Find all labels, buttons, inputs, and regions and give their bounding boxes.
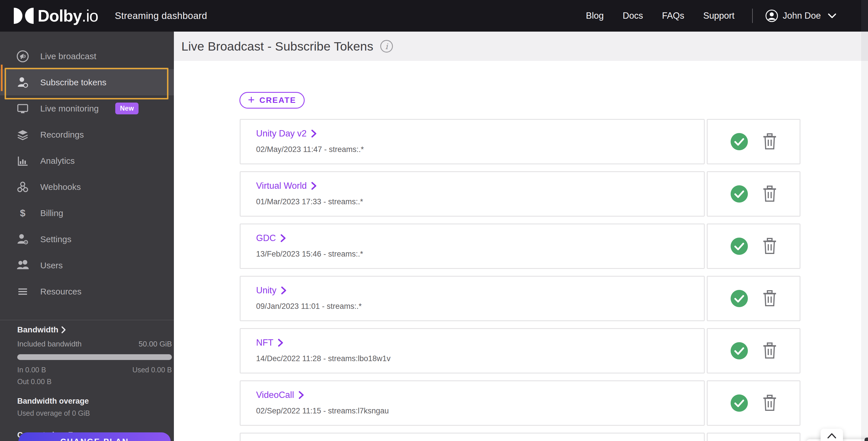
broadcast-icon bbox=[16, 50, 29, 63]
sidebar-divider bbox=[0, 320, 174, 320]
sidebar-item-label: Settings bbox=[40, 234, 71, 244]
logo-text: Dolby.io bbox=[38, 6, 98, 25]
user-avatar-icon bbox=[765, 9, 778, 22]
sidebar-item-analytics[interactable]: Analytics bbox=[0, 148, 174, 174]
bandwidth-overage-title: Bandwidth overage bbox=[17, 397, 172, 406]
token-link[interactable]: Unity bbox=[256, 285, 704, 295]
token-card: Unity 09/Jan/2023 11:01 - streams:.* bbox=[240, 276, 705, 321]
trash-icon[interactable] bbox=[762, 133, 777, 150]
nav-link-blog[interactable]: Blog bbox=[586, 11, 604, 21]
sidebar-item-label: Analytics bbox=[40, 156, 75, 166]
sidebar-item-label: Billing bbox=[40, 208, 63, 218]
token-card: Virtual World 01/Mar/2023 17:33 - stream… bbox=[240, 171, 705, 217]
token-card-partial bbox=[240, 433, 705, 441]
token-name: VideoCall bbox=[256, 390, 294, 400]
page-title-bar: Live Broadcast - Subscribe Tokens i bbox=[174, 32, 868, 61]
token-meta: 09/Jan/2023 11:01 - streams:.* bbox=[256, 302, 704, 311]
app-title: Streaming dashboard bbox=[115, 10, 207, 21]
token-link[interactable]: NFT bbox=[256, 338, 704, 348]
active-check-icon bbox=[730, 237, 748, 255]
token-actions-partial bbox=[707, 433, 801, 441]
token-card: Unity Day v2 02/May/2023 11:47 - streams… bbox=[240, 119, 705, 164]
chevron-right-icon bbox=[281, 286, 286, 294]
token-meta: 02/May/2023 11:47 - streams:.* bbox=[256, 145, 704, 154]
token-card: VideoCall 02/Sep/2022 11:15 - streams:l7… bbox=[240, 380, 705, 426]
chevron-right-icon bbox=[278, 339, 283, 347]
included-bandwidth-value: 50.00 GiB bbox=[138, 340, 172, 348]
token-link[interactable]: VideoCall bbox=[256, 390, 704, 400]
sidebar-item-label: Resources bbox=[40, 287, 81, 296]
token-meta: 01/Mar/2023 17:33 - streams:.* bbox=[256, 197, 704, 206]
sidebar-item-live-broadcast[interactable]: Live broadcast bbox=[0, 43, 174, 69]
sidebar-item-webhooks[interactable]: Webhooks bbox=[0, 174, 174, 200]
chevron-right-icon bbox=[311, 182, 316, 190]
user-menu[interactable]: John Doe bbox=[765, 9, 836, 22]
chevron-right-icon bbox=[311, 130, 316, 137]
chevron-right-icon bbox=[281, 234, 286, 242]
trash-icon[interactable] bbox=[762, 238, 777, 255]
corner-widget bbox=[865, 438, 868, 441]
sidebar-item-billing[interactable]: $ Billing bbox=[0, 200, 174, 226]
token-name: GDC bbox=[256, 233, 276, 243]
token-meta: 13/Feb/2023 15:46 - streams:.* bbox=[256, 250, 704, 258]
sidebar-item-label: Recordings bbox=[40, 130, 84, 139]
chevron-up-icon bbox=[827, 433, 837, 439]
sidebar-item-label: Live broadcast bbox=[40, 52, 96, 61]
active-item-accent-bar bbox=[1, 65, 3, 91]
token-link[interactable]: Unity Day v2 bbox=[256, 128, 704, 139]
token-card: NFT 14/Dec/2022 11:28 - streams:lbo18w1v bbox=[240, 328, 705, 374]
sidebar-item-settings[interactable]: Settings bbox=[0, 226, 174, 252]
active-check-icon bbox=[730, 394, 748, 412]
token-actions bbox=[707, 171, 801, 217]
bandwidth-title-label: Bandwidth bbox=[17, 325, 58, 335]
bandwidth-overage-detail: Used overage of 0 GiB bbox=[17, 409, 172, 417]
active-check-icon bbox=[730, 289, 748, 308]
top-header: Dolby.io Streaming dashboard Blog Docs F… bbox=[0, 0, 868, 32]
sidebar-item-live-monitoring[interactable]: Live monitoring New bbox=[0, 95, 174, 122]
sidebar: Live broadcast Subscribe tokens Live mon… bbox=[0, 32, 174, 441]
page-title: Live Broadcast - Subscribe Tokens bbox=[181, 39, 373, 54]
sidebar-item-resources[interactable]: Resources bbox=[0, 278, 174, 305]
trash-icon[interactable] bbox=[762, 395, 777, 411]
token-link[interactable]: Virtual World bbox=[256, 181, 704, 191]
nav-link-support[interactable]: Support bbox=[703, 11, 735, 21]
active-check-icon bbox=[730, 185, 748, 203]
token-meta: 02/Sep/2022 11:15 - streams:l7ksngau bbox=[256, 407, 704, 415]
webhook-icon bbox=[16, 181, 29, 194]
trash-icon[interactable] bbox=[762, 186, 777, 202]
chevron-down-icon bbox=[828, 13, 836, 19]
token-name: Unity Day v2 bbox=[256, 128, 307, 139]
change-plan-button[interactable]: CHANGE PLAN bbox=[19, 432, 171, 441]
chevron-right-icon bbox=[299, 391, 304, 399]
token-actions bbox=[707, 276, 801, 321]
user-name: John Doe bbox=[783, 11, 821, 21]
sidebar-item-users[interactable]: Users bbox=[0, 252, 174, 278]
nav-link-faqs[interactable]: FAQs bbox=[662, 11, 684, 21]
subscriber-icon bbox=[16, 76, 29, 89]
main-content: + CREATE Unity Day v2 02/May/2023 11:47 … bbox=[174, 61, 868, 441]
sidebar-item-label: Subscribe tokens bbox=[40, 77, 106, 87]
token-meta: 14/Dec/2022 11:28 - streams:lbo18w1v bbox=[256, 354, 704, 363]
monitor-icon bbox=[16, 102, 29, 115]
trash-icon[interactable] bbox=[762, 290, 777, 307]
info-icon[interactable]: i bbox=[380, 40, 393, 53]
dollar-icon: $ bbox=[16, 208, 29, 219]
bandwidth-used-value: Used 0.00 B bbox=[132, 366, 172, 374]
create-token-button[interactable]: + CREATE bbox=[240, 92, 305, 108]
plus-icon: + bbox=[248, 93, 255, 106]
sidebar-item-label: Webhooks bbox=[40, 182, 81, 192]
sidebar-item-subscribe-tokens[interactable]: Subscribe tokens bbox=[0, 69, 174, 95]
active-check-icon bbox=[730, 342, 748, 360]
scroll-to-top-button[interactable] bbox=[820, 429, 843, 441]
token-link[interactable]: GDC bbox=[256, 233, 704, 243]
token-card: GDC 13/Feb/2023 15:46 - streams:.* bbox=[240, 223, 705, 269]
dolby-logo[interactable]: Dolby.io bbox=[14, 6, 98, 25]
trash-icon[interactable] bbox=[762, 343, 777, 359]
layers-icon bbox=[16, 128, 29, 141]
dolby-double-d-icon bbox=[14, 8, 34, 24]
nav-link-docs[interactable]: Docs bbox=[623, 11, 643, 21]
bandwidth-title[interactable]: Bandwidth bbox=[17, 325, 172, 335]
sidebar-item-recordings[interactable]: Recordings bbox=[0, 122, 174, 148]
user-gear-icon bbox=[16, 233, 29, 246]
token-name: Virtual World bbox=[256, 181, 307, 191]
